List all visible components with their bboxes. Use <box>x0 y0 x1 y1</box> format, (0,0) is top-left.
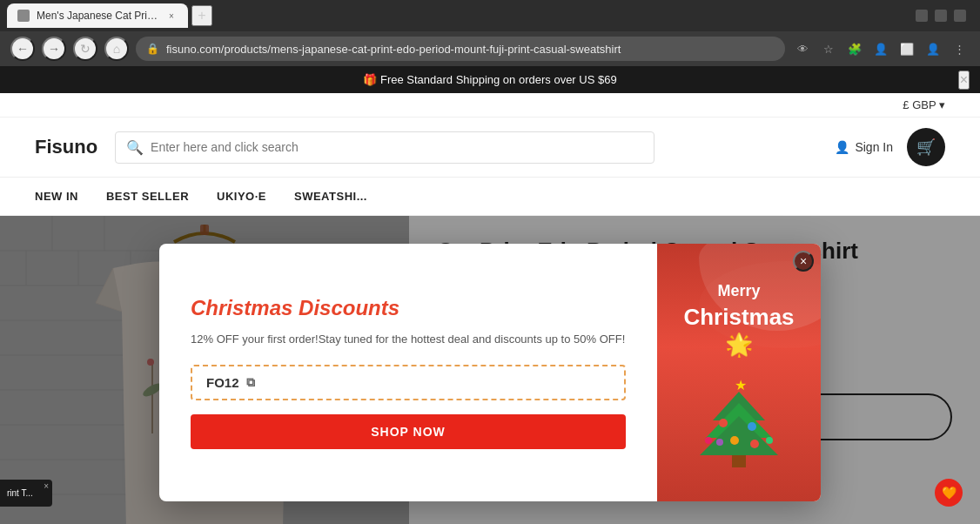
svg-point-34 <box>748 422 756 431</box>
nav-item-ukiyo-e[interactable]: UKIYO·E <box>217 178 266 215</box>
browser-toolbar: ← → ↻ ⌂ 🔒 fisuno.com/products/mens-japan… <box>0 31 980 66</box>
address-bar[interactable]: 🔒 fisuno.com/products/mens-japanese-cat-… <box>136 37 785 61</box>
header-actions: 👤 Sign In 🛒 <box>835 128 945 166</box>
tab-close-icon[interactable]: × <box>165 10 178 22</box>
new-tab-button[interactable]: + <box>191 5 212 26</box>
star-icon[interactable]: ☆ <box>818 38 839 59</box>
toast-notification: × rint T... <box>0 480 52 507</box>
refresh-button[interactable]: ↻ <box>73 37 97 61</box>
cart-button[interactable]: 🛒 <box>907 128 945 166</box>
sign-in-button[interactable]: 👤 Sign In <box>835 140 893 154</box>
currency-selector[interactable]: £ GBP ▾ <box>0 93 980 118</box>
browser-tabs: Men's Japanese Cat Print Edo P... × + <box>0 0 980 31</box>
svg-point-38 <box>766 437 773 444</box>
cart-icon: 🛒 <box>916 138 936 157</box>
main-area: Cat Print Edo Period Casual Sweatshirt L… <box>0 216 980 524</box>
modal-description: 12% OFF your first order!Stay tuned for … <box>191 331 626 348</box>
promo-banner: 🎁 Free Standard Shipping on orders over … <box>0 66 980 93</box>
toast-close-icon[interactable]: × <box>44 481 49 491</box>
svg-point-36 <box>750 440 759 448</box>
window-icon[interactable]: ⬜ <box>896 38 917 59</box>
svg-point-39 <box>705 437 712 444</box>
promo-close-button[interactable]: × <box>958 71 970 90</box>
person-icon: 👤 <box>835 140 849 154</box>
browser-chrome: Men's Japanese Cat Print Edo P... × + ← … <box>0 0 980 66</box>
site-nav: NEW IN BEST SELLER UKIYO·E SWEATSHI... <box>0 178 980 216</box>
christmas-text: Christmas🌟 <box>671 304 807 358</box>
modal-close-button[interactable]: × <box>793 251 814 272</box>
user-account-icon[interactable]: 👤 <box>923 38 943 59</box>
toast-text: rint T... <box>7 488 33 498</box>
profile-icon[interactable]: 👤 <box>870 38 891 59</box>
copy-icon[interactable]: ⧉ <box>246 375 255 390</box>
url-text: fisuno.com/products/mens-japanese-cat-pr… <box>166 43 775 56</box>
discount-modal: Christmas Discounts 12% OFF your first o… <box>159 244 821 501</box>
modal-title: Christmas Discounts <box>191 296 626 320</box>
tab-favicon <box>17 10 30 22</box>
christmas-tree-svg: ★ <box>687 373 791 477</box>
help-icon[interactable]: 🧡 <box>935 479 963 507</box>
minimize-button[interactable] <box>916 10 928 22</box>
home-button[interactable]: ⌂ <box>104 37 129 61</box>
maximize-button[interactable] <box>935 10 947 22</box>
coupon-box: FO12 ⧉ <box>191 365 626 400</box>
site-header: Fisuno 🔍 👤 Sign In 🛒 <box>0 118 980 178</box>
svg-point-37 <box>716 439 723 446</box>
menu-icon[interactable]: ⋮ <box>949 38 970 59</box>
nav-item-sweatshi[interactable]: SWEATSHI... <box>294 178 367 215</box>
eye-slash-icon[interactable]: 👁 <box>792 38 813 59</box>
modal-right-panel: Merry Christmas🌟 ★ <box>657 244 821 501</box>
lock-icon: 🔒 <box>146 43 159 55</box>
search-input[interactable] <box>151 140 643 154</box>
promo-text: 🎁 Free Standard Shipping on orders over … <box>363 73 616 86</box>
coupon-code-text: FO12 ⧉ <box>206 375 255 390</box>
website-content: 🎁 Free Standard Shipping on orders over … <box>0 66 980 524</box>
site-logo[interactable]: Fisuno <box>35 136 97 158</box>
svg-text:★: ★ <box>735 378 747 393</box>
modal-left-panel: Christmas Discounts 12% OFF your first o… <box>159 244 657 501</box>
close-button[interactable] <box>954 10 966 22</box>
back-button[interactable]: ← <box>10 37 35 61</box>
forward-button[interactable]: → <box>42 37 66 61</box>
modal-overlay: Christmas Discounts 12% OFF your first o… <box>0 216 980 524</box>
sign-in-label: Sign In <box>855 140 893 154</box>
merry-text: Merry <box>671 282 807 300</box>
nav-item-new-in[interactable]: NEW IN <box>35 178 78 215</box>
svg-point-35 <box>730 436 739 445</box>
svg-rect-32 <box>732 455 746 467</box>
active-tab[interactable]: Men's Japanese Cat Print Edo P... × <box>7 3 188 28</box>
nav-item-best-seller[interactable]: BEST SELLER <box>106 178 189 215</box>
search-icon: 🔍 <box>126 139 144 156</box>
tab-title: Men's Japanese Cat Print Edo P... <box>37 10 158 22</box>
search-bar[interactable]: 🔍 <box>115 131 654 164</box>
svg-point-33 <box>719 419 728 427</box>
shop-now-button[interactable]: SHOP NOW <box>191 414 626 449</box>
help-icon-symbol: 🧡 <box>942 486 957 500</box>
extensions-icon[interactable]: 🧩 <box>844 38 865 59</box>
